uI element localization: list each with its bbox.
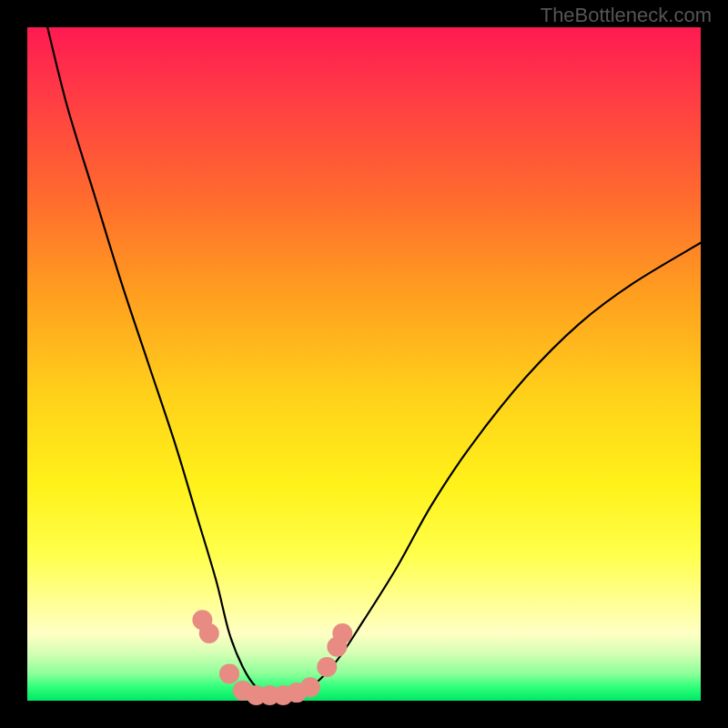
highlight-marker-group xyxy=(192,610,352,705)
watermark-text: TheBottleneck.com xyxy=(541,4,712,27)
highlight-dot xyxy=(332,623,352,643)
highlight-dot xyxy=(300,677,320,697)
bottleneck-curve-line xyxy=(47,27,701,695)
chart-plot-area xyxy=(27,27,701,701)
chart-svg xyxy=(27,27,701,701)
highlight-dot xyxy=(199,623,219,643)
highlight-dot xyxy=(317,657,337,677)
highlight-dot xyxy=(219,663,239,683)
